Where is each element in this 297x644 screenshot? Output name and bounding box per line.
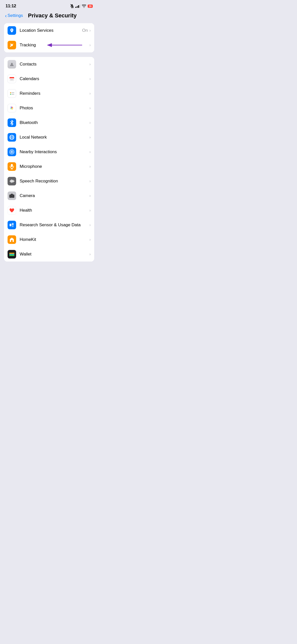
status-icons: 16 (70, 4, 93, 8)
contacts-row[interactable]: Contacts › (4, 57, 94, 72)
research-sensor-label: Research Sensor & Usage Data (20, 222, 89, 228)
speech-recognition-row[interactable]: Speech Recognition › (4, 174, 94, 188)
research-sensor-chevron: › (89, 223, 91, 227)
local-network-chevron: › (89, 135, 91, 140)
photos-row[interactable]: Photos › (4, 101, 94, 115)
tracking-row[interactable]: Tracking › (4, 38, 94, 52)
calendars-icon: • • • (8, 75, 16, 83)
svg-point-14 (10, 94, 11, 95)
wallet-icon (8, 250, 16, 259)
svg-rect-39 (10, 224, 11, 226)
nearby-interactions-icon (8, 148, 16, 156)
health-row[interactable]: Health › (4, 203, 94, 218)
camera-label: Camera (20, 193, 89, 198)
svg-point-5 (10, 46, 11, 47)
svg-rect-46 (9, 255, 14, 256)
status-time: 11:12 (6, 4, 16, 9)
nearby-interactions-row[interactable]: Nearby Interactions › (4, 145, 94, 159)
svg-rect-42 (11, 240, 13, 242)
homekit-label: HomeKit (20, 237, 89, 242)
wallet-chevron: › (89, 252, 91, 256)
wallet-label: Wallet (20, 252, 89, 257)
nearby-interactions-chevron: › (89, 150, 91, 154)
speech-recognition-label: Speech Recognition (20, 179, 89, 184)
reminders-chevron: › (89, 91, 91, 96)
location-services-chevron: › (89, 28, 91, 33)
research-sensor-row[interactable]: Research Sensor & Usage Data › (4, 218, 94, 232)
microphone-icon (8, 162, 16, 171)
photos-label: Photos (20, 106, 89, 111)
camera-row[interactable]: Camera › (4, 188, 94, 203)
local-network-label: Local Network (20, 135, 89, 140)
bluetooth-label: Bluetooth (20, 120, 89, 125)
svg-text:• • •: • • • (10, 79, 13, 81)
speech-recognition-chevron: › (89, 179, 91, 183)
svg-point-37 (11, 196, 13, 197)
reminders-row[interactable]: Reminders › (4, 86, 94, 101)
svg-rect-11 (10, 77, 14, 78)
battery-level: 16 (88, 5, 93, 8)
homekit-chevron: › (89, 237, 91, 242)
status-bar: 11:12 16 (0, 0, 98, 10)
wallet-row[interactable]: Wallet › (4, 247, 94, 262)
contacts-chevron: › (89, 62, 91, 67)
page-title: Privacy & Security (28, 12, 77, 19)
reminders-icon (8, 89, 16, 98)
local-network-icon (8, 133, 16, 142)
contacts-label: Contacts (20, 62, 89, 67)
svg-rect-40 (12, 223, 14, 226)
svg-point-13 (10, 92, 11, 93)
health-icon (8, 206, 16, 215)
nav-bar: ‹ Settings Privacy & Security (0, 10, 98, 22)
homekit-row[interactable]: HomeKit › (4, 232, 94, 247)
location-services-row[interactable]: Location Services On › (4, 23, 94, 38)
wifi-icon (82, 5, 86, 8)
microphone-chevron: › (89, 164, 91, 169)
bluetooth-row[interactable]: Bluetooth › (4, 115, 94, 130)
calendars-label: Calendars (20, 76, 89, 81)
calendars-chevron: › (89, 77, 91, 81)
svg-point-4 (10, 44, 12, 45)
photos-chevron: › (89, 106, 91, 110)
photos-icon (8, 104, 16, 112)
content-area: Location Services On › Tracking (0, 22, 98, 271)
location-services-value: On (82, 28, 88, 33)
health-chevron: › (89, 208, 91, 213)
bluetooth-chevron: › (89, 120, 91, 125)
location-services-label: Location Services (20, 28, 82, 33)
svg-rect-44 (9, 253, 14, 254)
local-network-row[interactable]: Local Network › (4, 130, 94, 145)
microphone-label: Microphone (20, 164, 89, 169)
svg-rect-45 (9, 254, 14, 255)
contacts-icon (8, 60, 16, 69)
camera-chevron: › (89, 194, 91, 198)
reminders-label: Reminders (20, 91, 89, 96)
permissions-section-group: Contacts › • • • Calendars › (4, 57, 94, 262)
svg-rect-38 (11, 194, 13, 195)
speech-recognition-icon (8, 177, 16, 185)
microphone-row[interactable]: Microphone › (4, 159, 94, 174)
tracking-chevron: › (89, 43, 91, 47)
calendars-row[interactable]: • • • Calendars › (4, 72, 94, 86)
health-label: Health (20, 208, 89, 213)
svg-rect-25 (11, 164, 13, 167)
svg-point-22 (11, 151, 13, 153)
research-sensor-icon (8, 221, 16, 229)
svg-rect-41 (12, 226, 14, 227)
homekit-icon (8, 235, 16, 244)
location-services-icon (8, 26, 16, 35)
back-button[interactable]: ‹ Settings (3, 12, 25, 19)
camera-icon (8, 191, 16, 200)
tracking-icon (8, 41, 16, 49)
top-section-group: Location Services On › Tracking (4, 23, 94, 52)
back-chevron-icon: ‹ (5, 13, 7, 18)
signal-strength-icon (75, 4, 80, 8)
back-label[interactable]: Settings (8, 13, 23, 18)
bluetooth-icon (8, 118, 16, 127)
tracking-label: Tracking (20, 43, 89, 48)
nearby-interactions-label: Nearby Interactions (20, 149, 89, 154)
mute-icon (70, 4, 74, 8)
